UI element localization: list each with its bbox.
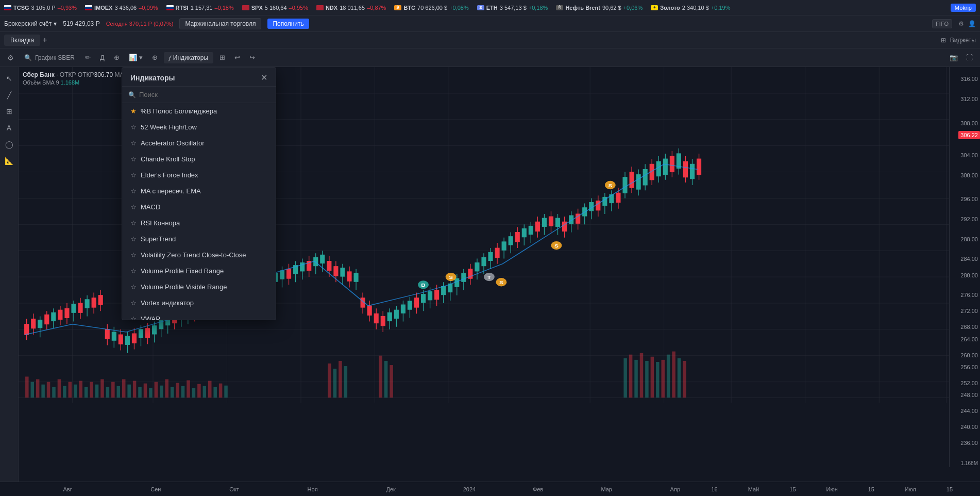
margin-trading-button[interactable]: Маржинальная торговля <box>179 18 261 29</box>
indicators-search-input[interactable] <box>139 91 269 98</box>
indicators-list: ★%B Полос Боллинджера☆52 Week High/Low☆A… <box>122 103 276 320</box>
indicator-item-1[interactable]: ☆52 Week High/Low <box>122 119 276 135</box>
svg-rect-180 <box>347 272 351 281</box>
indicator-item-12[interactable]: ☆Vortex индикатор <box>122 295 276 311</box>
star-icon-6[interactable]: ☆ <box>130 203 137 211</box>
star-icon-4[interactable]: ☆ <box>130 171 137 179</box>
tab-bar: Вкладка + ⊞ Виджеты <box>0 32 980 48</box>
add-chart-btn[interactable]: ⊕ <box>149 52 161 63</box>
indicators-search[interactable]: 🔍 <box>122 87 276 103</box>
star-icon-13[interactable]: ☆ <box>130 315 137 320</box>
svg-text:T: T <box>487 274 492 279</box>
svg-rect-53 <box>171 387 174 398</box>
ticker-btc[interactable]: ₿ BTC 70 626,00 $ +0,08% <box>394 5 468 11</box>
indicator-item-2[interactable]: ☆Accelerator Oscillator <box>122 135 276 151</box>
price-296: 296,00 <box>960 196 978 202</box>
star-icon-8[interactable]: ☆ <box>130 235 137 243</box>
star-icon-7[interactable]: ☆ <box>130 219 137 227</box>
svg-rect-114 <box>125 336 129 344</box>
ticker-spx[interactable]: SPX 5 160,64 –0,95% <box>242 5 308 11</box>
add-tab-button[interactable]: + <box>42 36 47 44</box>
indicator-label-5: MA с пересеч. EMA <box>141 187 201 195</box>
settings-gear-icon[interactable]: ⚙ <box>4 52 17 64</box>
indicator-item-0[interactable]: ★%B Полос Боллинджера <box>122 103 276 119</box>
svg-rect-63 <box>224 386 228 398</box>
star-icon-10[interactable]: ☆ <box>130 267 137 275</box>
ticker-tcsg[interactable]: TCSG 3 105,0 Р –0,93% <box>4 5 77 11</box>
indicator-label-3: Chande Kroll Stop <box>141 155 195 163</box>
svg-text:B: B <box>421 283 426 288</box>
indicator-item-11[interactable]: ☆Volume Profile Visible Range <box>122 279 276 295</box>
indicator-label-1: 52 Week High/Low <box>141 123 197 131</box>
svg-rect-69 <box>384 361 388 398</box>
star-icon-11[interactable]: ☆ <box>130 283 137 291</box>
indicator-item-10[interactable]: ☆Volume Profile Fixed Range <box>122 263 276 279</box>
deposit-button[interactable]: Пополнить <box>267 19 309 29</box>
ticker-brent[interactable]: 🛢 Нефть Brent 90,62 $ +0,06% <box>556 5 643 11</box>
mokrip-button[interactable]: Моkrip <box>951 4 976 12</box>
svg-rect-94 <box>58 310 62 319</box>
undo-btn[interactable]: ↩ <box>231 52 243 63</box>
indicator-label-12: Vortex индикатор <box>141 299 194 307</box>
account-selector[interactable]: Брокерский счёт ▾ <box>4 20 57 27</box>
indicator-item-4[interactable]: ☆Elder's Force Index <box>122 167 276 183</box>
ticker-imoex[interactable]: IMOEX 3 436,06 –0,09% <box>85 5 158 11</box>
layout-btn[interactable]: ⊞ <box>216 52 228 63</box>
svg-rect-26 <box>25 376 29 398</box>
settings-icon[interactable]: ⚙ <box>958 20 964 27</box>
ticker-eth[interactable]: Ξ ETH 3 547,13 $ +0,18% <box>477 5 548 11</box>
measure-tool[interactable]: 📐 <box>2 154 16 168</box>
indicator-item-5[interactable]: ☆MA с пересеч. EMA <box>122 183 276 199</box>
indicator-item-13[interactable]: ☆VWAP <box>122 311 276 320</box>
indicator-label-0: %B Полос Боллинджера <box>141 107 217 115</box>
redo-btn[interactable]: ↪ <box>246 52 258 63</box>
widgets-icon[interactable]: ⊞ <box>941 37 946 44</box>
crosshair-tool[interactable]: ⊕ <box>111 52 123 63</box>
svg-rect-176 <box>334 267 338 276</box>
star-icon-3[interactable]: ☆ <box>130 155 137 163</box>
svg-rect-196 <box>401 305 405 313</box>
star-icon-0[interactable]: ★ <box>130 107 137 115</box>
indicator-item-9[interactable]: ☆Volatility Zero Trend Close-to-Close <box>122 247 276 263</box>
cursor-tool[interactable]: ↖ <box>2 71 16 86</box>
tab-vkladka[interactable]: Вкладка <box>4 35 40 46</box>
stock-type: · ОТКР <box>56 71 76 78</box>
svg-rect-70 <box>390 365 393 398</box>
indicator-label-8: SuperTrend <box>141 235 176 243</box>
line-tool[interactable]: ╱ <box>2 88 16 102</box>
fullscreen-btn[interactable]: ⛶ <box>963 52 976 63</box>
draw-tool[interactable]: ✏ <box>82 52 94 63</box>
svg-rect-108 <box>105 329 109 339</box>
close-indicators-button[interactable]: ✕ <box>261 74 267 82</box>
star-icon-5[interactable]: ☆ <box>130 187 137 195</box>
ticker-ndx[interactable]: NDX 18 011,65 –0,87% <box>316 5 386 11</box>
indicator-item-8[interactable]: ☆SuperTrend <box>122 231 276 247</box>
indicator-item-7[interactable]: ☆RSI Коннора <box>122 215 276 231</box>
svg-rect-178 <box>341 268 345 276</box>
price-264: 264,00 <box>960 336 978 342</box>
price-272: 272,00 <box>960 308 978 314</box>
svg-rect-31 <box>52 387 56 398</box>
svg-rect-192 <box>387 312 392 321</box>
profile-icon[interactable]: 👤 <box>968 20 976 27</box>
ticker-gold[interactable]: ✦ Золото 2 340,10 $ +0,19% <box>651 5 730 11</box>
fib-tool[interactable]: ⊞ <box>2 104 16 119</box>
star-icon-9[interactable]: ☆ <box>130 251 137 259</box>
text-tool[interactable]: Д <box>97 52 108 63</box>
svg-rect-92 <box>52 312 56 321</box>
search-bar[interactable]: 🔍 График SBER <box>20 54 79 61</box>
indicator-item-3[interactable]: ☆Chande Kroll Stop <box>122 151 276 167</box>
screenshot-btn[interactable]: 📷 <box>947 52 961 63</box>
ticker-rtsi[interactable]: RTSI 1 157,31 –0,18% <box>166 5 234 11</box>
star-icon-2[interactable]: ☆ <box>130 139 137 147</box>
indicator-item-6[interactable]: ☆MACD <box>122 199 276 215</box>
star-icon-1[interactable]: ☆ <box>130 123 137 131</box>
text-draw-tool[interactable]: A <box>2 121 16 135</box>
price-288: 288,00 <box>960 236 978 242</box>
shape-tool[interactable]: ◯ <box>2 137 16 152</box>
chart-type-btn[interactable]: 📊 ▾ <box>126 52 146 63</box>
price-252: 252,00 <box>960 380 978 386</box>
svg-rect-43 <box>117 386 121 398</box>
indicators-button[interactable]: 𝑓 Индикаторы <box>164 52 213 63</box>
star-icon-12[interactable]: ☆ <box>130 299 137 307</box>
